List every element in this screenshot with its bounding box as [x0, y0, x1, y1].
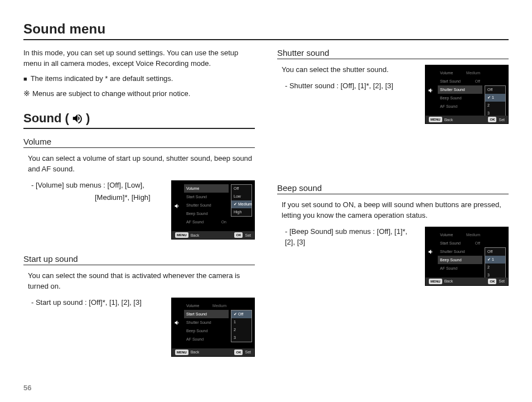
- right-column: Shutter sound You can select the shutter…: [277, 48, 509, 371]
- menu-item-shutter-sound[interactable]: Shutter Sound: [184, 201, 229, 209]
- option-low[interactable]: Low: [231, 193, 252, 200]
- reference-mark-icon: ※: [23, 89, 30, 98]
- menu-item-af-sound[interactable]: AF Sound: [184, 335, 229, 343]
- menu-item-af-sound[interactable]: AF Sound: [186, 218, 204, 226]
- beep-body: If you set sound to ON, a beep will soun…: [282, 200, 509, 221]
- volume-detail-1: - [Volume] sub menus : [Off], [Low],: [31, 180, 165, 191]
- intro-note-text: Menus are subject to change without prio…: [32, 89, 190, 98]
- speaker-icon: [428, 248, 434, 256]
- volume-detail-2: [Medium]*, [High]: [95, 193, 165, 202]
- shutter-detail: - Shutter sound : [Off], [1]*, [2], [3]: [285, 81, 418, 92]
- menu-item-beep-sound[interactable]: Beep Sound: [184, 327, 229, 335]
- check-icon: ✔: [487, 95, 491, 99]
- menu-set-btn[interactable]: OK: [488, 117, 496, 122]
- option-1[interactable]: ✔1: [485, 94, 505, 102]
- menu-value-medium: Medium: [466, 69, 480, 77]
- startup-detail: - Start up sound : [Off]*, [1], [2], [3]: [31, 298, 165, 308]
- menu-value-medium: Medium: [212, 302, 226, 310]
- beep-heading: Beep sound: [277, 183, 509, 194]
- check-icon: ✔: [234, 202, 237, 206]
- menu-item-start-sound[interactable]: Start Sound: [440, 77, 461, 85]
- speaker-icon: [174, 203, 181, 210]
- option-2[interactable]: 2: [485, 102, 505, 109]
- option-2[interactable]: 2: [231, 326, 252, 334]
- menu-item-volume[interactable]: Volume: [186, 302, 199, 310]
- intro-text: In this mode, you can set up sound setti…: [23, 48, 255, 69]
- beep-detail: - [Beep Sound] sub menus : [Off], [1]*, …: [285, 227, 418, 248]
- option-off-label: Off: [238, 312, 243, 316]
- check-icon: ✔: [487, 257, 491, 261]
- startup-menu-screenshot: VolumeMedium Start Sound Shutter Sound B…: [171, 298, 255, 357]
- shutter-menu-screenshot: VolumeMedium Start SoundOff Shutter Soun…: [425, 65, 509, 124]
- menu-item-start-sound[interactable]: Start Sound: [440, 239, 461, 247]
- beep-menu-screenshot: VolumeMedium Start SoundOff Shutter Soun…: [425, 227, 509, 286]
- option-2[interactable]: 2: [485, 264, 505, 271]
- option-1-label: 1: [492, 257, 494, 261]
- menu-item-volume[interactable]: Volume: [186, 184, 199, 193]
- startup-options: ✔Off 1 2 3: [231, 310, 252, 342]
- intro-bullet: ■ The items indicated by * are default s…: [23, 74, 255, 84]
- sound-heading-prefix: Sound (: [23, 111, 69, 126]
- speaker-icon: [71, 111, 84, 126]
- intro-note: ※Menus are subject to change without pri…: [23, 88, 255, 99]
- menu-item-shutter-sound[interactable]: Shutter Sound: [438, 247, 482, 256]
- menu-item-shutter-sound[interactable]: Shutter Sound: [184, 318, 229, 327]
- sound-section-heading: Sound ( ): [23, 111, 255, 129]
- beep-block: - [Beep Sound] sub menus : [Off], [1]*, …: [277, 227, 509, 286]
- volume-block: - [Volume] sub menus : [Off], [Low], [Me…: [23, 180, 255, 240]
- option-1[interactable]: 1: [231, 318, 252, 326]
- menu-back-btn[interactable]: MENU: [175, 232, 188, 238]
- shutter-body: You can select the shutter sound.: [282, 65, 418, 75]
- menu-set-label: Set: [499, 279, 505, 283]
- menu-item-beep-sound[interactable]: Beep Sound: [184, 209, 229, 218]
- sound-heading-suffix: ): [86, 111, 90, 126]
- menu-set-btn[interactable]: OK: [488, 279, 496, 284]
- menu-set-label: Set: [499, 118, 505, 122]
- menu-back-btn[interactable]: MENU: [175, 350, 188, 355]
- menu-back-label: Back: [444, 118, 453, 122]
- shutter-block: You can select the shutter sound. - Shut…: [277, 65, 509, 124]
- menu-set-label: Set: [245, 350, 251, 354]
- check-icon: ✔: [234, 312, 237, 316]
- menu-back-btn[interactable]: MENU: [429, 117, 442, 122]
- page-title: Sound menu: [23, 21, 509, 40]
- startup-heading: Start up sound: [23, 254, 255, 265]
- option-off[interactable]: Off: [485, 248, 505, 256]
- menu-item-af-sound[interactable]: AF Sound: [438, 102, 482, 111]
- left-column: In this mode, you can set up sound setti…: [23, 48, 255, 371]
- volume-options: Off Low ✔Medium High: [231, 184, 252, 217]
- menu-item-start-sound[interactable]: Start Sound: [184, 310, 229, 318]
- menu-value-off: Off: [475, 239, 480, 247]
- menu-back-btn[interactable]: MENU: [429, 279, 442, 284]
- shutter-options: Off ✔1 2 3: [485, 85, 506, 118]
- volume-body: You can select a volume of start up soun…: [28, 154, 255, 175]
- option-off[interactable]: Off: [231, 185, 252, 193]
- option-medium[interactable]: ✔Medium: [231, 200, 252, 208]
- menu-item-volume[interactable]: Volume: [440, 69, 453, 77]
- option-off[interactable]: ✔Off: [231, 310, 252, 318]
- menu-item-shutter-sound[interactable]: Shutter Sound: [438, 85, 482, 94]
- menu-item-beep-sound[interactable]: Beep Sound: [438, 256, 482, 264]
- speaker-icon: [174, 319, 181, 327]
- option-high[interactable]: High: [231, 208, 252, 216]
- menu-back-label: Back: [191, 233, 200, 237]
- option-1-label: 1: [492, 95, 494, 99]
- menu-value-medium: Medium: [466, 231, 480, 239]
- intro-block: In this mode, you can set up sound setti…: [23, 48, 255, 99]
- menu-item-volume[interactable]: Volume: [440, 231, 453, 239]
- option-3[interactable]: 3: [231, 334, 252, 342]
- menu-value-off: Off: [475, 77, 480, 85]
- menu-item-beep-sound[interactable]: Beep Sound: [438, 94, 482, 102]
- menu-back-label: Back: [444, 279, 453, 283]
- volume-menu-screenshot: Volume Start Sound Shutter Sound Beep So…: [171, 180, 255, 240]
- menu-set-btn[interactable]: OK: [234, 232, 243, 238]
- menu-item-start-sound[interactable]: Start Sound: [184, 193, 229, 201]
- shutter-heading: Shutter sound: [277, 48, 509, 59]
- menu-set-label: Set: [245, 233, 251, 237]
- menu-item-af-sound[interactable]: AF Sound: [438, 264, 482, 272]
- option-1[interactable]: ✔1: [485, 256, 505, 264]
- page-number: 56: [23, 384, 31, 392]
- menu-set-btn[interactable]: OK: [234, 350, 243, 355]
- option-off[interactable]: Off: [485, 86, 505, 94]
- content-columns: In this mode, you can set up sound setti…: [23, 48, 509, 371]
